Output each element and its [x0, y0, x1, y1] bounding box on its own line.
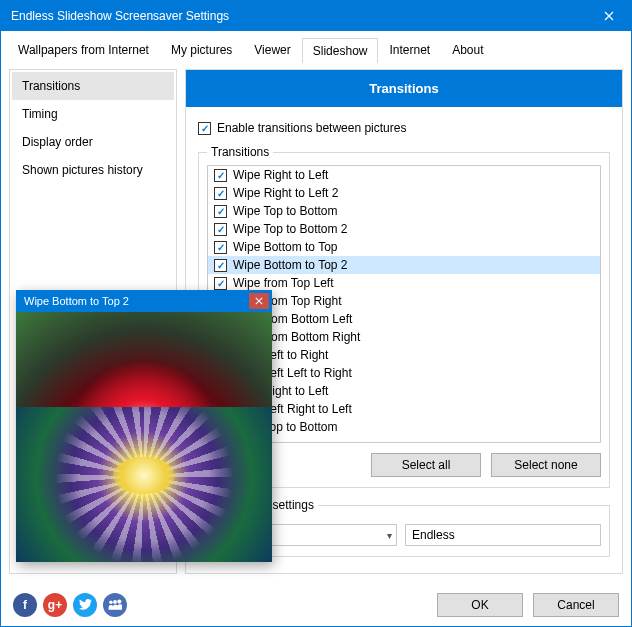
sidebar-item-history[interactable]: Shown pictures history	[12, 156, 174, 184]
item-checkbox[interactable]	[214, 277, 227, 290]
item-checkbox[interactable]	[214, 187, 227, 200]
list-item[interactable]: Wipe Top to Bottom 2	[208, 220, 600, 238]
item-label: Wipe Bottom to Top	[233, 240, 338, 254]
facebook-icon[interactable]: f	[13, 593, 37, 617]
list-item[interactable]: Wipe Top to Bottom	[208, 202, 600, 220]
preset-value: Endless	[412, 528, 455, 542]
myspace-icon[interactable]	[103, 593, 127, 617]
svg-point-0	[109, 600, 113, 604]
footer: f g+ OK Cancel	[1, 582, 631, 626]
ok-button[interactable]: OK	[437, 593, 523, 617]
item-label: Wipe Top to Bottom	[233, 204, 338, 218]
tab-viewer[interactable]: Viewer	[243, 37, 301, 62]
tab-slideshow[interactable]: Slideshow	[302, 38, 379, 63]
twitter-icon[interactable]	[73, 593, 97, 617]
list-item[interactable]: Wipe Bottom to Top 2	[208, 256, 600, 274]
preview-window: Wipe Bottom to Top 2	[16, 290, 272, 562]
item-checkbox[interactable]	[214, 259, 227, 272]
preview-title-text: Wipe Bottom to Top 2	[24, 295, 129, 307]
tab-my-pictures[interactable]: My pictures	[160, 37, 243, 62]
window-title: Endless Slideshow Screensaver Settings	[11, 9, 229, 23]
item-label: Wipe Bottom to Top 2	[233, 258, 348, 272]
item-checkbox[interactable]	[214, 223, 227, 236]
enable-transitions-row: Enable transitions between pictures	[198, 121, 610, 135]
transitions-legend: Transitions	[207, 145, 273, 159]
titlebar: Endless Slideshow Screensaver Settings	[1, 1, 631, 31]
enable-transitions-checkbox[interactable]	[198, 122, 211, 135]
footer-buttons: OK Cancel	[437, 593, 619, 617]
tab-about[interactable]: About	[441, 37, 494, 62]
item-label: Wipe Top to Bottom 2	[233, 222, 348, 236]
sidebar-item-transitions[interactable]: Transitions	[12, 72, 174, 100]
item-checkbox[interactable]	[214, 205, 227, 218]
cancel-button[interactable]: Cancel	[533, 593, 619, 617]
tab-strip: Wallpapers from Internet My pictures Vie…	[1, 31, 631, 63]
select-all-button[interactable]: Select all	[371, 453, 481, 477]
item-checkbox[interactable]	[214, 241, 227, 254]
preview-image	[16, 312, 272, 562]
enable-transitions-label: Enable transitions between pictures	[217, 121, 406, 135]
preview-close-icon[interactable]	[249, 293, 269, 309]
list-item[interactable]: Wipe Right to Left 2	[208, 184, 600, 202]
item-label: Wipe Right to Left 2	[233, 186, 338, 200]
sidebar-item-display-order[interactable]: Display order	[12, 128, 174, 156]
list-item[interactable]: Wipe Bottom to Top	[208, 238, 600, 256]
list-item[interactable]: Wipe Right to Left	[208, 166, 600, 184]
item-checkbox[interactable]	[214, 169, 227, 182]
item-label: Wipe Right to Left	[233, 168, 328, 182]
preview-titlebar[interactable]: Wipe Bottom to Top 2	[16, 290, 272, 312]
social-icons: f g+	[13, 593, 127, 617]
sidebar-item-timing[interactable]: Timing	[12, 100, 174, 128]
main-header: Transitions	[186, 70, 622, 107]
select-none-button[interactable]: Select none	[491, 453, 601, 477]
googleplus-icon[interactable]: g+	[43, 593, 67, 617]
svg-point-1	[113, 600, 117, 604]
tab-internet[interactable]: Internet	[378, 37, 441, 62]
chevron-down-icon: ▾	[387, 530, 392, 541]
preset-field[interactable]: Endless	[405, 524, 601, 546]
tab-wallpapers[interactable]: Wallpapers from Internet	[7, 37, 160, 62]
svg-point-2	[117, 599, 121, 603]
close-icon[interactable]	[586, 1, 631, 31]
item-label: Wipe from Top Left	[233, 276, 334, 290]
